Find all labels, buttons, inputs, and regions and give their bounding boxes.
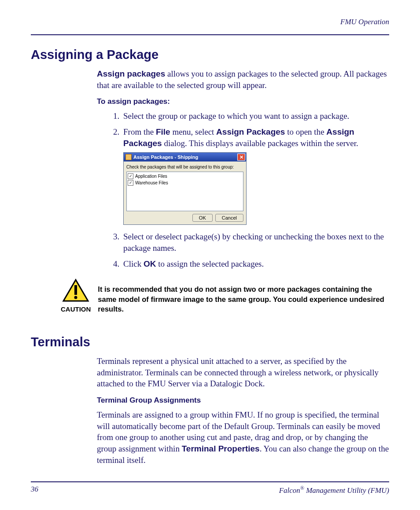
list-item-label: Application Files bbox=[135, 173, 167, 180]
heading-assigning-package: Assigning a Package bbox=[31, 48, 389, 62]
close-icon[interactable]: ✕ bbox=[237, 154, 245, 161]
cancel-button[interactable]: Cancel bbox=[215, 214, 243, 222]
step-4: Click OK to assign the selected packages… bbox=[122, 258, 389, 270]
page-number: 36 bbox=[31, 485, 38, 495]
dialog-title-text: Assign Packages - Shipping bbox=[133, 154, 198, 161]
footer: 36 Falcon® Management Utility (FMU) bbox=[31, 481, 389, 495]
step-2-e: to open the bbox=[285, 127, 326, 136]
footer-product-name: Falcon bbox=[279, 486, 300, 495]
registered-icon: ® bbox=[300, 485, 304, 491]
list-item[interactable]: ✓ Application Files bbox=[128, 173, 242, 180]
ok-button[interactable]: OK bbox=[192, 214, 213, 222]
caution-label: CAUTION bbox=[61, 305, 91, 313]
assign-packages-dialog: Assign Packages - Shipping ✕ Check the p… bbox=[123, 152, 247, 225]
step-2-a: From the bbox=[123, 127, 156, 136]
footer-product: Falcon® Management Utility (FMU) bbox=[279, 485, 389, 495]
footer-rule bbox=[31, 481, 389, 482]
step-4-a: Click bbox=[123, 259, 144, 268]
footer-product-rest: Management Utility (FMU) bbox=[304, 486, 389, 495]
list-item-label: Warehouse Files bbox=[135, 180, 168, 186]
intro-bold: Assign packages bbox=[97, 69, 165, 78]
list-item[interactable]: ✓ Warehouse Files bbox=[128, 180, 242, 187]
step-4-c: to assign the selected packages. bbox=[156, 259, 264, 268]
header-rule bbox=[31, 34, 389, 35]
caution-icon bbox=[62, 278, 90, 303]
dialog-titlebar: Assign Packages - Shipping ✕ bbox=[124, 153, 246, 161]
dialog-package-list: ✓ Application Files ✓ Warehouse Files bbox=[126, 172, 243, 211]
step-3: Select or deselect package(s) by checkin… bbox=[122, 231, 389, 253]
step-4-ok: OK bbox=[144, 259, 156, 268]
dialog-app-icon bbox=[125, 154, 132, 160]
step-1: Select the group or package to which you… bbox=[122, 110, 389, 122]
svg-point-2 bbox=[74, 296, 77, 299]
step-2-assign1: Assign Packages bbox=[216, 127, 285, 136]
step-2-c: menu, select bbox=[170, 127, 216, 136]
caution-block: CAUTION It is recommended that you do no… bbox=[61, 278, 389, 314]
terminals-p2-bold: Terminal Properties bbox=[182, 444, 260, 453]
caution-text: It is recommended that you do not assign… bbox=[98, 278, 389, 314]
header-section: FMU Operation bbox=[31, 18, 389, 26]
step-2-file: File bbox=[156, 127, 170, 136]
intro-paragraph: Assign packages allows you to assign pac… bbox=[97, 68, 389, 91]
terminals-p2: Terminals are assigned to a group within… bbox=[97, 409, 389, 466]
step-2: From the File menu, select Assign Packag… bbox=[122, 126, 389, 225]
heading-terminals: Terminals bbox=[31, 335, 389, 349]
subhead-to-assign: To assign packages: bbox=[97, 97, 389, 107]
terminals-p1: Terminals represent a physical unit atta… bbox=[97, 356, 389, 389]
checkbox-icon[interactable]: ✓ bbox=[128, 180, 133, 186]
checkbox-icon[interactable]: ✓ bbox=[128, 173, 133, 179]
subhead-terminal-group: Terminal Group Assignments bbox=[97, 396, 389, 406]
step-2-g: dialog. This displays available packages… bbox=[162, 139, 358, 148]
dialog-instruction: Check the packages that will be assigned… bbox=[126, 164, 243, 170]
svg-rect-1 bbox=[74, 285, 77, 295]
